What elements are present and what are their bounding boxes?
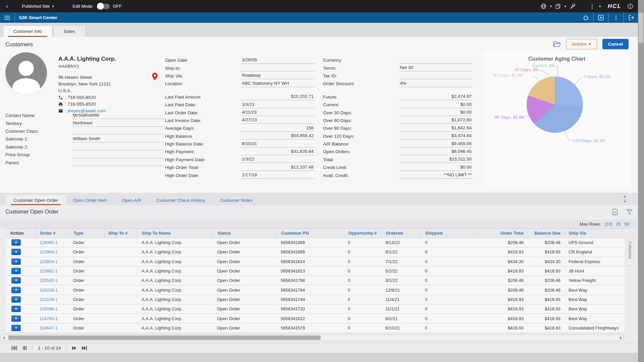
subtab-customer-check-history[interactable]: Customer Check History — [149, 195, 212, 205]
scroll-right-arrow[interactable] — [618, 336, 624, 340]
field-value[interactable]: $1,872.60 — [399, 117, 473, 124]
field-value[interactable]: Northeast — [72, 120, 164, 127]
field-value[interactable] — [72, 143, 164, 150]
previous-page-button[interactable] — [22, 346, 27, 351]
field-value[interactable]: 4% — [399, 80, 473, 87]
order-number-link[interactable]: 116065-1 — [40, 240, 58, 245]
row-action-menu-button[interactable] — [11, 287, 21, 293]
column-header-type[interactable]: Type — [69, 229, 104, 238]
order-number-link[interactable]: 115096-1 — [40, 306, 58, 311]
chevron-down-icon[interactable]: ▾ — [599, 5, 601, 8]
field-value[interactable] — [399, 57, 473, 64]
row-action-menu-button[interactable] — [11, 268, 21, 274]
kebab-menu-icon[interactable]: ⋮ — [613, 15, 619, 21]
subtab-open-ar[interactable]: Open A/R — [114, 195, 149, 205]
chevron-down-icon[interactable]: ▾ — [565, 5, 566, 8]
info-icon[interactable] — [627, 3, 633, 9]
field-value[interactable] — [241, 65, 315, 71]
column-header-balance-due[interactable]: Balance Due — [528, 229, 565, 238]
field-value[interactable]: $6,046.45 — [399, 148, 473, 155]
field-value[interactable]: **NO LIMIT ** — [399, 172, 473, 179]
order-number-link[interactable]: 115520-1 — [40, 278, 58, 283]
subtab-open-order-item[interactable]: Open Order Item — [66, 195, 114, 205]
resize-panel-icon[interactable] — [623, 195, 627, 202]
order-number-link[interactable]: 115964-1 — [40, 249, 58, 254]
column-header-ship-to-number[interactable]: Ship To # — [104, 229, 138, 238]
cancel-button[interactable]: Cancel — [602, 39, 629, 49]
next-page-button[interactable] — [72, 346, 77, 351]
column-header-ordered[interactable]: Ordered — [381, 229, 421, 238]
home-icon[interactable] — [583, 15, 589, 20]
field-value[interactable]: $0.00 — [399, 109, 473, 116]
field-value[interactable]: $54,958.42 — [241, 133, 315, 139]
max-rows-option-50[interactable]: 50 — [625, 222, 629, 227]
field-value[interactable] — [399, 72, 473, 79]
chevron-down-icon[interactable]: ▾ — [550, 5, 552, 8]
column-header-ship-via[interactable]: Ship Via — [565, 229, 625, 238]
row-action-menu-button[interactable] — [11, 296, 21, 303]
row-action-menu-button[interactable] — [11, 258, 21, 265]
order-number-link[interactable]: 115226-1 — [40, 288, 58, 293]
map-pin-icon[interactable] — [152, 72, 158, 81]
field-value[interactable]: 156 — [241, 125, 315, 132]
field-value[interactable]: Roadway — [241, 72, 315, 79]
field-value[interactable]: $10,202.71 — [241, 94, 315, 100]
column-header-order-total[interactable]: Order Total — [477, 229, 528, 238]
field-value[interactable]: 2/3/23 — [241, 102, 315, 108]
logout-icon[interactable] — [628, 15, 635, 20]
field-value[interactable]: 4/11/23 — [241, 109, 315, 116]
field-value[interactable]: 8/10/21 — [241, 141, 315, 147]
row-action-menu-button[interactable] — [11, 325, 21, 331]
open-folder-icon[interactable] — [553, 41, 561, 47]
hamburger-menu-icon[interactable] — [4, 15, 10, 20]
page-vertical-scrollbar[interactable] — [638, 0, 644, 362]
field-value[interactable]: MrSidRothMr — [72, 112, 164, 119]
export-excel-icon[interactable] — [612, 209, 618, 215]
subtab-customer-open-order[interactable]: Customer Open Order — [6, 195, 66, 205]
max-rows-option-25[interactable]: 25 — [616, 222, 621, 227]
field-value[interactable] — [72, 152, 164, 158]
field-value[interactable]: $9,465.05 — [399, 141, 473, 147]
columns-side-tab[interactable]: Columns — [626, 234, 634, 266]
column-header-customer-po[interactable]: Customer PO — [277, 229, 344, 238]
subtab-customer-notes[interactable]: Customer Notes — [213, 195, 260, 205]
field-value[interactable]: $0.00 — [399, 164, 473, 171]
last-page-button[interactable] — [82, 346, 87, 351]
add-window-icon[interactable] — [598, 15, 604, 20]
vertical-scroll-thumb[interactable] — [639, 13, 643, 43]
field-value[interactable]: ABC Stationery NY WH — [241, 80, 315, 87]
expand-panel-chevron-icon[interactable]: › — [6, 4, 8, 9]
published-site-menu[interactable]: Published Site ▾ — [22, 4, 54, 9]
row-action-menu-button[interactable] — [11, 315, 21, 322]
column-header-order-number[interactable]: Order # — [36, 229, 69, 238]
filter-icon[interactable] — [627, 209, 633, 215]
table-horizontal-scrollbar[interactable] — [1, 335, 624, 341]
wrench-icon[interactable] — [570, 3, 576, 9]
row-action-menu-button[interactable] — [11, 249, 21, 255]
field-value[interactable]: $2,474.97 — [399, 94, 473, 100]
tab-customer-info[interactable]: Customer Info — [3, 25, 52, 37]
actions-button[interactable]: Actions ▼ — [566, 39, 597, 49]
max-rows-option-10[interactable]: [10] — [605, 222, 612, 227]
order-number-link[interactable]: 114793-1 — [40, 316, 58, 321]
field-value[interactable]: $12,107.48 — [241, 164, 315, 171]
first-page-button[interactable] — [11, 346, 17, 351]
column-header-ship-to-name[interactable]: Ship To Name — [138, 229, 213, 238]
column-header-status[interactable]: Status — [213, 229, 277, 238]
row-action-menu-button[interactable] — [11, 306, 21, 312]
row-action-menu-button[interactable] — [11, 239, 21, 246]
field-value[interactable]: Net 30 — [399, 65, 473, 71]
tab-sales[interactable]: Sales — [53, 25, 86, 37]
order-number-link[interactable]: 115854-1 — [40, 259, 58, 264]
scroll-left-arrow[interactable] — [1, 336, 6, 340]
order-number-link[interactable]: 115109-1 — [40, 297, 58, 302]
field-value[interactable]: $0.00 — [399, 102, 473, 108]
kebab-menu-icon[interactable]: ⋮ — [589, 3, 595, 9]
field-value[interactable] — [72, 128, 164, 134]
globe-icon[interactable] — [541, 3, 546, 9]
edit-mode-toggle[interactable] — [97, 4, 110, 9]
order-number-link[interactable]: 114647-1 — [40, 325, 58, 330]
field-value[interactable]: $1,642.64 — [399, 125, 473, 132]
field-value[interactable]: $3,474.84 — [399, 133, 473, 139]
field-value[interactable]: William Smith — [72, 136, 164, 142]
